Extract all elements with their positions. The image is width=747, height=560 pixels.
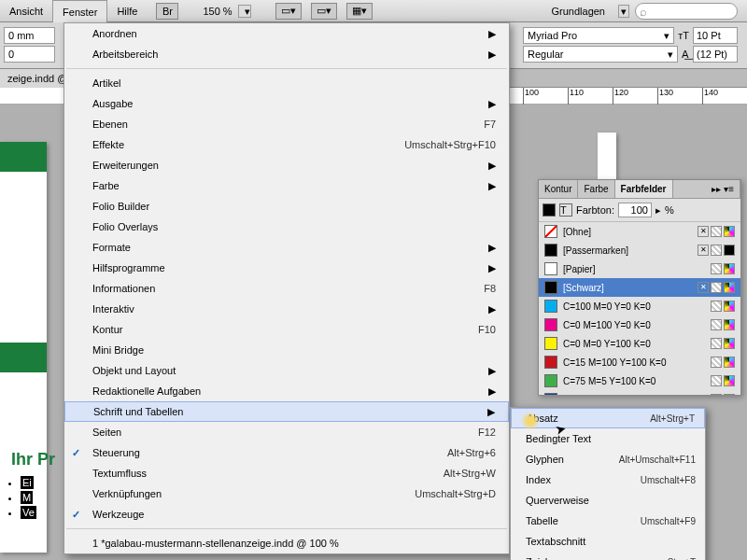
submenu-item[interactable]: TabelleUmschalt+F9 <box>511 511 705 531</box>
swatch-name: C=100 M=0 Y=0 K=0 <box>563 301 705 312</box>
swatch-row[interactable]: C=0 M=100 Y=0 K=0 <box>539 315 740 334</box>
menu-item-label: Redaktionelle Aufgaben <box>92 385 486 397</box>
swatch-icons <box>711 301 735 312</box>
chevron-down-icon[interactable]: ▾ <box>618 5 629 18</box>
menu-ansicht[interactable]: Ansicht <box>0 0 52 22</box>
check-icon: ✓ <box>72 447 80 459</box>
swatch-row[interactable]: [Passermarken]✕ <box>539 241 740 259</box>
menu-item-label: Kontur <box>92 324 478 335</box>
color-type-icon <box>711 394 722 395</box>
menu-item[interactable]: Artikel <box>64 73 509 93</box>
menu-item[interactable]: Farbe▶ <box>64 175 509 196</box>
submenu-arrow-icon: ▶ <box>486 98 496 110</box>
zoom-selector[interactable]: 150 % ▾ <box>197 5 250 18</box>
swatch-row[interactable]: [Papier] <box>539 259 740 278</box>
swatch-row[interactable]: C=75 M=5 Y=100 K=0 <box>539 371 740 390</box>
menu-item[interactable]: ✓SteuerungAlt+Strg+6 <box>64 442 509 463</box>
chevron-down-icon[interactable]: ▾ <box>238 5 251 18</box>
color-mode-icon <box>724 245 735 256</box>
arrange-button[interactable]: ▭▾ <box>311 3 337 20</box>
menu-item[interactable]: EffekteUmschalt+Strg+F10 <box>64 134 509 155</box>
menu-separator <box>66 528 507 529</box>
ruler-tick: 100 <box>523 88 568 105</box>
menu-shortcut: Umschalt+Strg+D <box>415 488 496 499</box>
lock-icon: ✕ <box>698 282 709 293</box>
submenu-shortcut: Umschalt+F9 <box>641 516 696 526</box>
tab-farbe[interactable]: Farbe <box>578 180 614 198</box>
menu-fenster[interactable]: Fenster <box>52 0 107 22</box>
submenu-item[interactable]: Bedingter Text <box>511 428 705 449</box>
color-mode-icon <box>724 263 735 274</box>
bullet-item: Ei <box>21 477 36 488</box>
tint-field[interactable]: 100 <box>618 203 652 217</box>
font-size-field[interactable]: 10 Pt <box>693 27 738 44</box>
fill-stroke-icon[interactable] <box>543 203 556 217</box>
tint-label: Farbton: <box>576 204 614 216</box>
swatch-row[interactable]: C=0 M=0 Y=100 K=0 <box>539 334 740 353</box>
bullet-list: EiMVe <box>21 473 36 522</box>
search-input[interactable] <box>635 3 738 20</box>
submenu-item[interactable]: ZeichenStrg+T <box>511 552 705 560</box>
submenu-item[interactable]: IndexUmschalt+F8 <box>511 469 705 490</box>
headline-text: Ihr Pr <box>11 450 55 469</box>
submenu-item[interactable]: Textabschnitt <box>511 531 705 552</box>
menu-item[interactable]: Objekt und Layout▶ <box>64 360 509 381</box>
menu-item[interactable]: Formate▶ <box>64 237 509 258</box>
menu-item[interactable]: Mini Bridge <box>64 340 509 360</box>
x-field[interactable]: 0 mm <box>4 27 55 44</box>
menu-shortcut: F12 <box>478 427 496 438</box>
menu-item[interactable]: Folio Overlays <box>64 217 509 237</box>
menu-item[interactable]: Erweiterungen▶ <box>64 155 509 175</box>
menu-item[interactable]: TextumflussAlt+Strg+W <box>64 463 509 483</box>
menu-item[interactable]: 1 *galabau-mustermann-stellenanzeige.ind… <box>64 533 509 553</box>
tab-kontur[interactable]: Kontur <box>539 180 578 198</box>
menu-item[interactable]: Schrift und Tabellen▶ <box>64 401 509 422</box>
leading-field[interactable]: (12 Pt) <box>693 46 738 63</box>
menu-hilfe[interactable]: Hilfe <box>107 0 147 22</box>
swatch-row[interactable]: C=100 M=90 Y=10 K=0 <box>539 390 740 395</box>
swatch-row[interactable]: C=15 M=100 Y=100 K=0 <box>539 353 740 371</box>
menu-item[interactable]: Hilfsprogramme▶ <box>64 258 509 278</box>
formatting-text-icon[interactable]: T <box>559 203 572 217</box>
menu-shortcut: Umschalt+Strg+F10 <box>404 139 496 150</box>
menu-item[interactable]: Anordnen▶ <box>64 23 509 44</box>
font-family-select[interactable]: Myriad Pro▾ <box>523 27 674 44</box>
menu-item[interactable]: Ausgabe▶ <box>64 93 509 114</box>
menu-item[interactable]: Folio Builder <box>64 196 509 217</box>
menu-item[interactable]: KonturF10 <box>64 319 509 340</box>
submenu-label: Bedingter Text <box>526 433 696 444</box>
y-field[interactable]: 0 <box>4 46 55 63</box>
menu-item[interactable]: Redaktionelle Aufgaben▶ <box>64 381 509 401</box>
submenu-arrow-icon: ▶ <box>486 365 496 377</box>
green-block <box>0 343 47 372</box>
swatch-icons <box>711 263 735 274</box>
menu-item[interactable]: SeitenF12 <box>64 422 509 442</box>
submenu-label: Zeichen <box>526 556 668 560</box>
workspace-selector[interactable]: Grundlagen <box>544 6 613 17</box>
swatch-row[interactable]: C=100 M=0 Y=0 K=0 <box>539 297 740 315</box>
menu-item[interactable]: VerknüpfungenUmschalt+Strg+D <box>64 483 509 504</box>
tab-farbfelder[interactable]: Farbfelder <box>615 180 673 198</box>
bridge-button[interactable]: Br <box>156 3 178 20</box>
menu-item[interactable]: EbenenF7 <box>64 114 509 134</box>
leading-icon: A͟ <box>682 49 689 61</box>
font-style-select[interactable]: Regular▾ <box>523 46 678 63</box>
submenu-item[interactable]: Querverweise <box>511 490 705 511</box>
submenu-item[interactable]: AbsatzAlt+Strg+T <box>511 408 705 428</box>
panel-expand-icon[interactable]: ▸▸ ▾≡ <box>706 180 740 198</box>
bullet-item: Ve <box>21 507 36 518</box>
swatch-row[interactable]: [Schwarz]✕ <box>539 278 740 297</box>
menu-item[interactable]: ✓Werkzeuge <box>64 504 509 525</box>
view-options-button[interactable]: ▦▾ <box>346 3 373 20</box>
menu-item[interactable]: InformationenF8 <box>64 278 509 299</box>
screen-mode-button[interactable]: ▭▾ <box>275 3 302 20</box>
submenu-item[interactable]: GlyphenAlt+Umschalt+F11 <box>511 449 705 469</box>
submenu-label: Textabschnitt <box>526 536 696 547</box>
schrift-submenu: AbsatzAlt+Strg+TBedingter TextGlyphenAlt… <box>510 407 706 560</box>
menu-item[interactable]: Arbeitsbereich▶ <box>64 44 509 64</box>
swatch-chip <box>544 262 557 275</box>
color-type-icon <box>711 263 722 274</box>
submenu-label: Absatz <box>527 413 650 424</box>
menu-item[interactable]: Interaktiv▶ <box>64 299 509 319</box>
swatch-row[interactable]: [Ohne]✕ <box>539 222 740 241</box>
